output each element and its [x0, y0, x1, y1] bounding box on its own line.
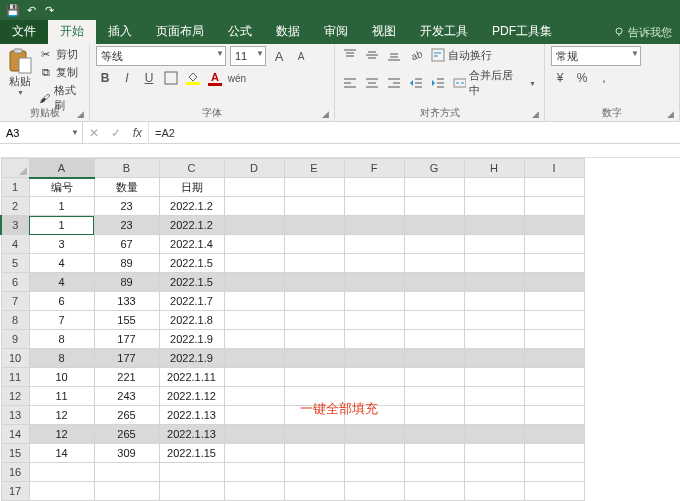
column-header[interactable]: F — [344, 159, 404, 178]
align-top-button[interactable] — [341, 46, 359, 64]
row-header[interactable]: 7 — [1, 292, 29, 311]
tab-insert[interactable]: 插入 — [96, 20, 144, 44]
cell[interactable] — [224, 178, 284, 197]
cell[interactable] — [524, 387, 584, 406]
merge-center-button[interactable]: 合并后居中▼ — [451, 67, 538, 99]
wrap-text-button[interactable]: 自动换行 — [429, 47, 494, 64]
tab-home[interactable]: 开始 — [48, 20, 96, 44]
increase-indent-button[interactable] — [429, 74, 447, 92]
cell[interactable]: 11 — [29, 387, 94, 406]
column-header[interactable]: G — [404, 159, 464, 178]
decrease-indent-button[interactable] — [407, 74, 425, 92]
cell[interactable] — [524, 406, 584, 425]
cell[interactable] — [344, 425, 404, 444]
cell[interactable]: 4 — [29, 273, 94, 292]
row-header[interactable]: 5 — [1, 254, 29, 273]
cell[interactable] — [94, 463, 159, 482]
cell[interactable] — [404, 197, 464, 216]
cell[interactable] — [284, 254, 344, 273]
paste-button[interactable]: 粘贴 ▼ — [6, 46, 35, 107]
number-launcher[interactable]: ◢ — [667, 109, 677, 119]
cell[interactable] — [464, 178, 524, 197]
cell[interactable] — [464, 482, 524, 501]
accounting-format-button[interactable]: ¥ — [551, 69, 569, 87]
row-header[interactable]: 14 — [1, 425, 29, 444]
cell[interactable]: 2022.1.13 — [159, 425, 224, 444]
cell[interactable] — [224, 349, 284, 368]
phonetic-button[interactable]: wén — [228, 69, 246, 87]
cell[interactable]: 6 — [29, 292, 94, 311]
cell[interactable] — [224, 368, 284, 387]
cell[interactable] — [404, 349, 464, 368]
cell[interactable] — [344, 216, 404, 235]
cell[interactable] — [94, 482, 159, 501]
cell[interactable] — [404, 368, 464, 387]
cell[interactable] — [159, 482, 224, 501]
cell[interactable] — [224, 216, 284, 235]
row-header[interactable]: 11 — [1, 368, 29, 387]
cell[interactable] — [524, 330, 584, 349]
cell[interactable] — [464, 216, 524, 235]
borders-button[interactable] — [162, 69, 180, 87]
tab-developer[interactable]: 开发工具 — [408, 20, 480, 44]
copy-button[interactable]: ⧉复制 — [37, 64, 83, 81]
cell[interactable] — [464, 330, 524, 349]
cell[interactable] — [224, 444, 284, 463]
cell[interactable] — [524, 368, 584, 387]
cell[interactable] — [29, 463, 94, 482]
cell[interactable] — [524, 482, 584, 501]
italic-button[interactable]: I — [118, 69, 136, 87]
cell[interactable]: 2022.1.7 — [159, 292, 224, 311]
cell[interactable]: 10 — [29, 368, 94, 387]
align-right-button[interactable] — [385, 74, 403, 92]
cell[interactable] — [344, 349, 404, 368]
cell[interactable] — [524, 216, 584, 235]
cell[interactable]: 309 — [94, 444, 159, 463]
column-header[interactable]: H — [464, 159, 524, 178]
cell[interactable] — [224, 254, 284, 273]
row-header[interactable]: 16 — [1, 463, 29, 482]
tell-me[interactable]: 告诉我您 — [606, 20, 680, 44]
row-header[interactable]: 9 — [1, 330, 29, 349]
cell[interactable]: 265 — [94, 406, 159, 425]
align-bottom-button[interactable] — [385, 46, 403, 64]
cell[interactable] — [224, 273, 284, 292]
tab-pdf[interactable]: PDF工具集 — [480, 20, 564, 44]
cell[interactable] — [344, 197, 404, 216]
cell[interactable] — [224, 387, 284, 406]
row-header[interactable]: 12 — [1, 387, 29, 406]
column-header[interactable]: I — [524, 159, 584, 178]
cell[interactable] — [524, 292, 584, 311]
cell[interactable] — [404, 482, 464, 501]
cell[interactable]: 265 — [94, 425, 159, 444]
cell[interactable]: 243 — [94, 387, 159, 406]
tab-formulas[interactable]: 公式 — [216, 20, 264, 44]
cell[interactable] — [284, 216, 344, 235]
redo-icon[interactable]: ↷ — [42, 3, 56, 17]
cell[interactable]: 2022.1.5 — [159, 254, 224, 273]
cell[interactable] — [284, 292, 344, 311]
cell[interactable] — [284, 311, 344, 330]
font-color-button[interactable]: A — [206, 69, 224, 87]
cell[interactable] — [344, 330, 404, 349]
row-header[interactable]: 4 — [1, 235, 29, 254]
cell[interactable]: 133 — [94, 292, 159, 311]
cell[interactable]: 177 — [94, 330, 159, 349]
cell[interactable] — [344, 463, 404, 482]
cell[interactable]: 221 — [94, 368, 159, 387]
cell[interactable] — [284, 273, 344, 292]
cell[interactable] — [524, 444, 584, 463]
cell[interactable]: 2022.1.8 — [159, 311, 224, 330]
cell[interactable] — [224, 463, 284, 482]
cell[interactable] — [404, 406, 464, 425]
tab-review[interactable]: 审阅 — [312, 20, 360, 44]
cell[interactable] — [524, 235, 584, 254]
clipboard-launcher[interactable]: ◢ — [77, 109, 87, 119]
cell[interactable] — [224, 292, 284, 311]
cell[interactable] — [404, 254, 464, 273]
undo-icon[interactable]: ↶ — [24, 3, 38, 17]
cell[interactable] — [284, 368, 344, 387]
cell[interactable] — [344, 482, 404, 501]
row-header[interactable]: 3 — [1, 216, 29, 235]
cell[interactable] — [344, 292, 404, 311]
